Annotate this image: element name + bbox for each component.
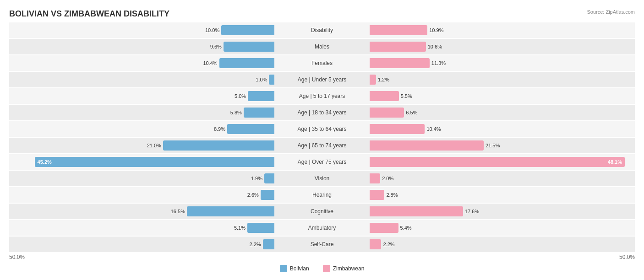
bar-center-label: Females (276, 60, 368, 66)
bar-center-label: Age | 35 to 64 years (276, 126, 368, 132)
bar-right: 5.5% (370, 91, 399, 101)
bar-left: 45.2% (35, 157, 274, 167)
legend-bolivian-label: Bolivian (290, 265, 309, 272)
bar-right-container: 2.2% (368, 239, 635, 249)
bar-value-left-inside: 45.2% (38, 159, 52, 165)
bar-center-label: Age | Over 75 years (276, 159, 368, 165)
bar-value-right: 10.4% (426, 126, 441, 132)
bar-center-label: Vision (276, 175, 368, 182)
bar-left-container: 10.0% (9, 25, 276, 35)
bar-left-container: 16.5% (9, 206, 276, 216)
bar-right-container: 10.4% (368, 124, 635, 134)
bar-value-left: 10.4% (203, 60, 217, 66)
bar-right: 17.6% (370, 206, 463, 216)
bar-value-right: 21.5% (486, 143, 500, 148)
bar-center-label: Cognitive (276, 208, 368, 215)
bar-value-left: 9.6% (210, 44, 222, 49)
bar-value-left: 1.0% (256, 77, 267, 82)
bar-value-left: 10.0% (205, 27, 219, 33)
bar-value-left: 16.5% (171, 209, 185, 214)
chart-row: 5.0% Age | 5 to 17 years 5.5% (9, 88, 635, 104)
bar-value-right-inside: 48.1% (608, 159, 622, 165)
bar-left-container: 2.2% (9, 239, 276, 249)
bar-right-container: 10.6% (368, 42, 635, 52)
bar-value-left: 2.6% (247, 192, 259, 198)
bar-value-right: 6.5% (406, 110, 417, 115)
chart-row: 1.0% Age | Under 5 years 1.2% (9, 72, 635, 87)
bar-right: 10.6% (370, 42, 426, 52)
bar-center-label: Self-Care (276, 241, 368, 248)
legend-bolivian-color (280, 265, 287, 272)
bar-right: 48.1% (370, 157, 625, 167)
bar-value-right: 11.3% (431, 60, 446, 66)
chart-row: 5.1% Ambulatory 5.4% (9, 220, 635, 236)
axis-labels: 50.0% 50.0% (9, 254, 635, 261)
chart-row: 8.9% Age | 35 to 64 years 10.4% (9, 121, 635, 137)
bar-value-right: 2.2% (383, 242, 394, 247)
bar-center-label: Age | 18 to 34 years (276, 109, 368, 116)
bar-left-container: 45.2% (9, 157, 276, 167)
bars-area: 10.0% Disability 10.9% 9.6% Males 10.6% (9, 22, 635, 252)
bar-right-container: 6.5% (368, 108, 635, 118)
bar-left: 1.9% (264, 173, 274, 183)
bar-value-right: 10.6% (428, 44, 442, 49)
bar-center-label: Age | 65 to 74 years (276, 142, 368, 149)
bar-value-right: 5.4% (400, 225, 412, 231)
bar-left: 1.0% (269, 75, 274, 85)
bar-left: 5.1% (247, 223, 274, 233)
bar-right: 2.0% (370, 173, 380, 183)
bar-value-left: 5.8% (230, 110, 242, 115)
legend-bolivian: Bolivian (280, 265, 309, 272)
bar-left: 8.9% (227, 124, 274, 134)
bar-center-label: Males (276, 43, 368, 50)
bar-value-right: 2.8% (386, 192, 398, 198)
bar-right: 10.4% (370, 124, 425, 134)
bar-left: 16.5% (187, 206, 274, 216)
bar-value-left: 21.0% (147, 143, 161, 148)
chart-row: 5.8% Age | 18 to 34 years 6.5% (9, 105, 635, 120)
bar-right-container: 2.8% (368, 190, 635, 200)
bar-value-right: 2.0% (382, 176, 393, 181)
chart-row: 1.9% Vision 2.0% (9, 171, 635, 186)
bar-center-label: Disability (276, 27, 368, 33)
bar-left: 5.8% (244, 108, 274, 118)
bar-left-container: 9.6% (9, 42, 276, 52)
bar-left: 2.2% (263, 239, 274, 249)
bar-left: 9.6% (224, 42, 274, 52)
bar-value-left: 8.9% (214, 126, 225, 132)
bar-right-container: 17.6% (368, 206, 635, 216)
chart-container: BOLIVIAN VS ZIMBABWEAN DISABILITY Source… (0, 5, 644, 280)
chart-row: 10.0% Disability 10.9% (9, 22, 635, 38)
bar-right-container: 11.3% (368, 58, 635, 68)
bar-right: 21.5% (370, 140, 484, 151)
bar-right: 5.4% (370, 223, 398, 233)
bar-left: 10.0% (221, 25, 274, 35)
chart-row: 9.6% Males 10.6% (9, 39, 635, 54)
legend-zimbabwean: Zimbabwean (323, 265, 365, 272)
bar-right: 10.9% (370, 25, 427, 35)
bar-left: 21.0% (163, 140, 274, 151)
bar-left-container: 2.6% (9, 190, 276, 200)
bar-center-label: Age | 5 to 17 years (276, 93, 368, 99)
bar-left-container: 10.4% (9, 58, 276, 68)
bar-value-right: 5.5% (401, 93, 412, 99)
bar-right-container: 5.4% (368, 223, 635, 233)
bar-right-container: 10.9% (368, 25, 635, 35)
bar-left-container: 21.0% (9, 140, 276, 151)
bar-value-right: 10.9% (429, 27, 443, 33)
chart-row: 2.6% Hearing 2.8% (9, 187, 635, 203)
source-text: Source: ZipAtlas.com (587, 9, 635, 15)
bar-center-label: Ambulatory (276, 225, 368, 231)
bar-value-right: 1.2% (378, 77, 389, 82)
bar-right-container: 5.5% (368, 91, 635, 101)
chart-row: 16.5% Cognitive 17.6% (9, 204, 635, 219)
axis-right-label: 50.0% (619, 254, 635, 260)
bar-left: 5.0% (248, 91, 274, 101)
bar-left-container: 5.0% (9, 91, 276, 101)
axis-left-label: 50.0% (9, 254, 25, 260)
bar-value-left: 1.9% (251, 176, 262, 181)
chart-title: BOLIVIAN VS ZIMBABWEAN DISABILITY (9, 9, 635, 19)
bar-center-label: Hearing (276, 192, 368, 198)
bar-value-left: 5.1% (234, 225, 246, 231)
legend: Bolivian Zimbabwean (9, 265, 635, 272)
